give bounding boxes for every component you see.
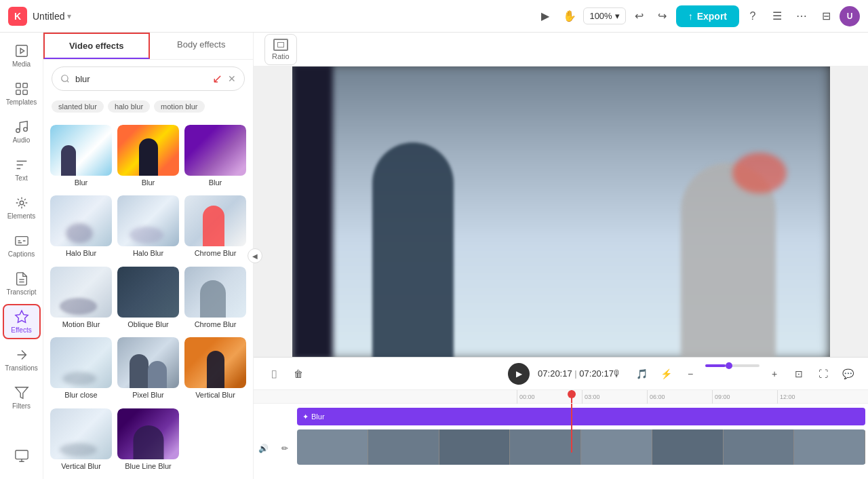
user-avatar[interactable]: U xyxy=(840,6,860,26)
effect-track-content: ✦ Blur xyxy=(294,404,868,428)
effect-thumb-chrome2 xyxy=(184,267,246,318)
undo-button[interactable]: ↩ xyxy=(629,5,650,27)
sidebar-label-templates: Templates xyxy=(6,98,37,106)
track-volume-button[interactable]: 🔊 xyxy=(254,439,273,458)
layout-button[interactable]: ⊟ xyxy=(815,5,837,27)
effect-thumb-chrome1 xyxy=(184,195,246,246)
timeline: ⌷ 🗑 ▶ 07:20:17 | 07:20:17 🎙 🎵 ⚡ − xyxy=(254,357,868,479)
video-strip-1 xyxy=(297,429,368,465)
fit-button[interactable]: ⊡ xyxy=(789,364,808,383)
sidebar-item-effects[interactable]: Effects xyxy=(3,304,41,339)
delete-button[interactable]: 🗑 xyxy=(289,364,308,383)
redo-button[interactable]: ↪ xyxy=(652,5,673,27)
effect-item-pixel[interactable]: Pixel Blur xyxy=(117,337,179,402)
sidebar-label-filters: Filters xyxy=(12,402,31,410)
sidebar-item-transitions[interactable]: Transitions xyxy=(3,342,41,377)
effect-label-halo2: Halo Blur xyxy=(117,246,179,258)
tag-halo-blur[interactable]: halo blur xyxy=(108,100,150,113)
voice-button[interactable]: 🎵 xyxy=(632,364,651,383)
effect-label-blurclose: Blur close xyxy=(50,388,112,400)
sidebar-item-feedback[interactable] xyxy=(3,438,41,474)
hand-tool-button[interactable]: ✋ xyxy=(559,5,580,27)
tab-video-effects[interactable]: Video effects xyxy=(43,33,150,59)
svg-rect-3 xyxy=(22,83,26,88)
sidebar-item-captions[interactable]: Captions xyxy=(3,228,41,263)
effect-item-vertical1[interactable]: Vertical Blur xyxy=(184,337,246,402)
effect-label-blur2: Blur xyxy=(117,176,179,188)
sidebar-item-elements[interactable]: Elements xyxy=(3,190,41,225)
video-track[interactable] xyxy=(297,429,865,465)
effect-item-vertical2[interactable]: Vertical Blur xyxy=(50,408,112,474)
zoom-in-button[interactable]: + xyxy=(765,364,784,383)
search-icon xyxy=(60,74,70,83)
effect-track-name: Blur xyxy=(311,413,325,421)
effect-item-blurclose[interactable]: Blur close xyxy=(50,337,112,402)
effect-item-blur3[interactable]: Blur xyxy=(184,125,246,190)
effect-track-row: ✦ Blur xyxy=(254,404,868,428)
media-icon xyxy=(14,43,29,58)
project-title[interactable]: Untitled ▾ xyxy=(33,11,71,22)
play-button[interactable]: ▶ xyxy=(508,363,530,385)
effect-item-motion[interactable]: Motion Blur xyxy=(50,267,112,332)
more-options-button[interactable]: ⋯ xyxy=(791,5,812,27)
effect-item-chrome2[interactable]: Chrome Blur xyxy=(184,267,246,332)
sidebar-label-elements: Elements xyxy=(7,212,36,220)
effect-thumb-blurclose xyxy=(50,337,112,388)
audio-mix-button[interactable]: ⚡ xyxy=(656,364,675,383)
sidebar-item-transcript[interactable]: Transcript xyxy=(3,266,41,301)
collaborate-button[interactable]: ☰ xyxy=(766,5,788,27)
topbar-tools: ▶ ✋ 100% ▾ ↩ ↪ ↑ Export ? ☰ ⋯ ⊟ U xyxy=(534,5,860,27)
zoom-out-button[interactable]: − xyxy=(681,364,700,383)
sidebar-item-text[interactable]: Text xyxy=(3,152,41,187)
suggestion-tags: slanted blur halo blur motion blur xyxy=(43,98,253,119)
title-text: Untitled xyxy=(33,11,64,22)
effect-label-halo1: Halo Blur xyxy=(50,246,112,258)
help-button[interactable]: ? xyxy=(742,5,764,27)
sidebar-item-templates[interactable]: Templates xyxy=(3,76,41,111)
effect-item-chrome1[interactable]: Chrome Blur xyxy=(184,195,246,261)
effect-track[interactable]: ✦ Blur xyxy=(297,408,865,425)
ruler-marks: 00:00 03:00 06:00 09:00 12:00 xyxy=(517,390,868,404)
comment-button[interactable]: 💬 xyxy=(838,364,857,383)
sidebar-item-filters[interactable]: Filters xyxy=(3,380,41,415)
trim-button[interactable]: ⌷ xyxy=(264,364,283,383)
ruler-mark-4: 12:00 xyxy=(777,390,842,404)
scene-accent xyxy=(732,153,787,193)
ratio-label: Ratio xyxy=(272,52,290,60)
effect-item-oblique[interactable]: Oblique Blur xyxy=(117,267,179,332)
sidebar-label-captions: Captions xyxy=(8,250,35,258)
effect-item-blueline[interactable]: Blue Line Blur xyxy=(117,408,179,474)
timeline-track-area: 00:00 03:00 06:00 09:00 12:00 xyxy=(254,390,868,479)
track-edit-button[interactable]: ✏ xyxy=(275,439,294,458)
sidebar-item-media[interactable]: Media xyxy=(3,38,41,73)
svg-point-8 xyxy=(20,201,24,205)
effect-item-halo2[interactable]: Halo Blur xyxy=(117,195,179,261)
sidebar-item-audio[interactable]: Audio xyxy=(3,114,41,149)
export-button[interactable]: ↑ Export xyxy=(676,5,739,27)
ratio-button[interactable]: Ratio xyxy=(264,34,297,65)
effect-thumb-blur2 xyxy=(117,125,179,176)
effect-label-blur1: Blur xyxy=(50,176,112,188)
clear-search-button[interactable]: ✕ xyxy=(228,73,236,84)
effect-item-halo1[interactable]: Halo Blur xyxy=(50,195,112,261)
zoom-selector[interactable]: 100% ▾ xyxy=(583,7,625,24)
feedback-icon xyxy=(14,448,29,463)
timecode-display: 07:20:17 | 07:20:17 xyxy=(538,368,614,379)
zoom-slider[interactable] xyxy=(705,364,760,367)
microphone-button[interactable]: 🎙 xyxy=(608,364,627,383)
video-track-row: 🔊 ✏ xyxy=(254,428,868,469)
tag-motion-blur[interactable]: motion blur xyxy=(154,100,204,113)
svg-point-15 xyxy=(62,75,68,81)
effect-thumb-blur3 xyxy=(184,125,246,176)
svg-point-7 xyxy=(23,128,27,132)
play-mode-button[interactable]: ▶ xyxy=(534,5,556,27)
export-label: Export xyxy=(697,11,727,22)
tab-body-effects[interactable]: Body effects xyxy=(150,33,254,59)
tag-slanted-blur[interactable]: slanted blur xyxy=(52,100,104,113)
collapse-panel-button[interactable]: ◀ xyxy=(248,248,262,263)
effect-label-pixel: Pixel Blur xyxy=(117,388,179,400)
effect-item-blur2[interactable]: Blur xyxy=(117,125,179,190)
search-input[interactable] xyxy=(75,74,207,84)
effect-item-blur1[interactable]: Blur xyxy=(50,125,112,190)
fullscreen-button[interactable]: ⛶ xyxy=(814,364,833,383)
